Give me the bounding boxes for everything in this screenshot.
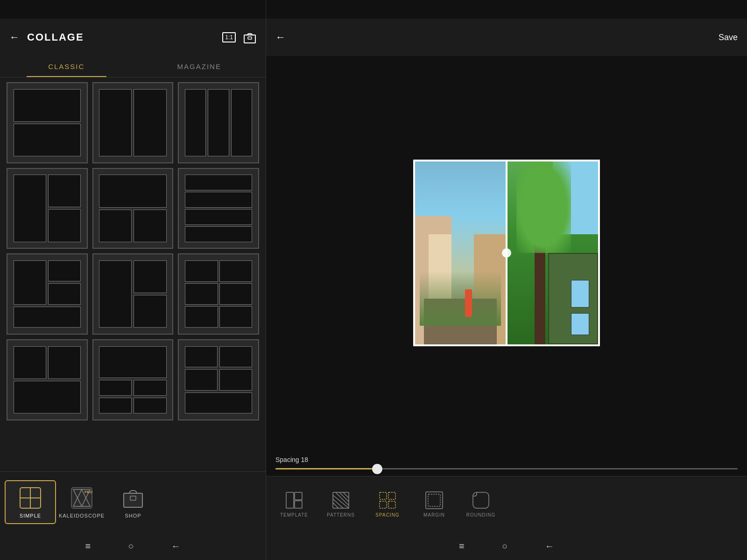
- left-panel: ← COLLAGE 1:1 CLASSIC MAGAZINE: [0, 0, 266, 560]
- tab-classic[interactable]: CLASSIC: [0, 56, 133, 77]
- svg-rect-25: [428, 494, 440, 506]
- svg-rect-21: [380, 492, 387, 499]
- svg-text:PRO: PRO: [85, 490, 92, 494]
- right-nav-back-icon[interactable]: ←: [545, 541, 554, 552]
- rtool-rounding-label: ROUNDING: [466, 512, 495, 518]
- ratio-button[interactable]: 1:1: [222, 32, 236, 42]
- spacing-slider-fill: [275, 468, 377, 469]
- right-back-button[interactable]: ←: [275, 31, 286, 43]
- tool-kaleidoscope-label: KALEIDOSCOPE: [59, 513, 105, 518]
- spacing-slider-thumb[interactable]: [372, 464, 382, 474]
- rtool-spacing-label: SPACING: [375, 512, 399, 518]
- save-button[interactable]: Save: [719, 33, 738, 42]
- tool-kaleidoscope[interactable]: PRO KALEIDOSCOPE: [56, 481, 107, 523]
- template-left-tall-2col[interactable]: [7, 168, 88, 249]
- svg-rect-11: [286, 492, 294, 508]
- template-mixed-top-wide[interactable]: [92, 168, 174, 249]
- right-nav-home-icon[interactable]: ○: [502, 541, 507, 552]
- template-bottom-3[interactable]: [7, 339, 88, 420]
- right-bottom-tools: TEMPLATE PATTERNS: [266, 476, 747, 532]
- spacing-section: Spacing 18: [266, 449, 747, 476]
- svg-rect-27: [473, 492, 489, 508]
- left-nav-menu-icon[interactable]: ≡: [85, 541, 91, 552]
- spacing-tool-icon: [378, 491, 397, 510]
- left-back-button[interactable]: ←: [9, 31, 20, 43]
- tabs-bar: CLASSIC MAGAZINE: [0, 56, 266, 77]
- template-3col[interactable]: [178, 82, 259, 163]
- svg-rect-22: [388, 492, 395, 499]
- shop-tool-icon: [121, 486, 145, 510]
- template-left-tall-3[interactable]: [7, 253, 88, 335]
- rtool-margin[interactable]: MARGIN: [411, 487, 458, 521]
- divider-handle[interactable]: [502, 248, 511, 258]
- template-3-top-wide[interactable]: [92, 339, 174, 420]
- spacing-slider-track[interactable]: [275, 468, 738, 469]
- right-status-bar: [266, 0, 747, 19]
- tool-shop[interactable]: SHOP: [107, 481, 159, 523]
- svg-line-17: [333, 499, 343, 508]
- svg-rect-1: [248, 37, 252, 39]
- left-nav-back-icon[interactable]: ←: [171, 541, 180, 552]
- template-2x3-grid[interactable]: [178, 253, 259, 335]
- right-panel: ← Save: [266, 0, 747, 560]
- svg-rect-23: [380, 501, 387, 508]
- shop-icon[interactable]: [243, 31, 256, 43]
- template-tool-icon: [285, 491, 303, 510]
- kaleidoscope-icon: PRO: [70, 486, 94, 510]
- template-bottom-wide-3[interactable]: [178, 339, 259, 420]
- rtool-patterns-label: PATTERNS: [327, 512, 355, 518]
- tool-simple-label: SIMPLE: [20, 513, 41, 518]
- left-header: ← COLLAGE 1:1: [0, 19, 266, 56]
- canvas-area: [266, 56, 747, 449]
- svg-rect-24: [388, 501, 395, 508]
- left-system-nav: ≡ ○ ←: [0, 532, 266, 560]
- left-nav-home-icon[interactable]: ○: [128, 541, 134, 552]
- left-header-icons: 1:1: [222, 31, 256, 43]
- spacing-label: Spacing 18: [275, 456, 738, 463]
- rtool-spacing[interactable]: SPACING: [364, 487, 411, 521]
- left-status-bar: [0, 0, 266, 19]
- collage-canvas[interactable]: [413, 160, 600, 346]
- patterns-tool-icon: [331, 491, 350, 510]
- tab-magazine[interactable]: MAGAZINE: [133, 56, 266, 77]
- template-right-tall-3[interactable]: [92, 253, 174, 335]
- templates-grid: [0, 77, 266, 471]
- canvas-photo-right[interactable]: [507, 161, 598, 344]
- right-header: ← Save: [266, 19, 747, 56]
- rtool-patterns[interactable]: PATTERNS: [317, 487, 364, 521]
- rounding-tool-icon: [472, 491, 490, 510]
- svg-rect-13: [295, 501, 302, 508]
- bottom-toolbar: SIMPLE PRO KALEIDOSCOPE: [0, 471, 266, 532]
- template-4row[interactable]: [178, 168, 259, 249]
- margin-tool-icon: [425, 491, 444, 510]
- rtool-template-label: TEMPLATE: [280, 512, 308, 518]
- rtool-template[interactable]: TEMPLATE: [271, 487, 317, 521]
- template-2col[interactable]: [92, 82, 174, 163]
- tool-simple[interactable]: SIMPLE: [5, 480, 56, 524]
- right-system-nav: ≡ ○ ←: [266, 532, 747, 560]
- right-nav-menu-icon[interactable]: ≡: [459, 541, 465, 552]
- rtool-rounding[interactable]: ROUNDING: [458, 487, 504, 521]
- canvas-photo-left[interactable]: [415, 161, 506, 344]
- simple-icon: [18, 486, 42, 510]
- rtool-margin-label: MARGIN: [423, 512, 445, 518]
- left-header-title: COLLAGE: [27, 31, 215, 43]
- template-2row[interactable]: [7, 82, 88, 163]
- svg-rect-12: [295, 492, 302, 500]
- tool-shop-label: SHOP: [125, 513, 141, 518]
